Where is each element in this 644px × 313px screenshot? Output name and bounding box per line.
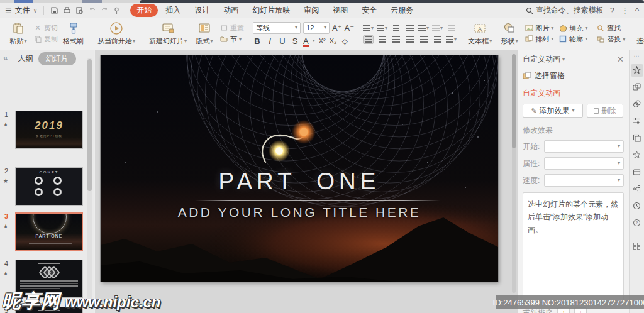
file-menu[interactable]: ☰ 文件 ∨: [5, 5, 37, 16]
selection-pane-button[interactable]: 选择窗格: [634, 21, 644, 47]
tab-slides[interactable]: 幻灯片: [38, 52, 76, 65]
arrange-button[interactable]: 排列▾: [525, 35, 553, 44]
text-direction-button[interactable]: [446, 24, 457, 33]
fill-icon: [558, 24, 567, 33]
italic-button[interactable]: I: [265, 37, 274, 45]
tab-outline[interactable]: 大纲: [18, 53, 33, 64]
numbering-button[interactable]: ▾: [377, 24, 387, 33]
slide-2-thumbnail[interactable]: CONET: [15, 167, 83, 206]
layout-button[interactable]: 版式▾: [192, 21, 217, 47]
textbox-button[interactable]: A 文本框▾: [465, 21, 494, 47]
collapse-ribbon-icon[interactable]: ^: [635, 6, 639, 15]
underline-button[interactable]: U: [278, 37, 287, 45]
align-right-button[interactable]: [391, 35, 401, 44]
find-button[interactable]: 查找: [596, 23, 625, 33]
font-name-combo[interactable]: 等线▾: [253, 22, 301, 34]
font-color-button[interactable]: A: [303, 36, 309, 46]
tab-animation[interactable]: 动画: [217, 4, 245, 17]
justify-button[interactable]: [404, 35, 415, 44]
paste-button[interactable]: 粘贴▾: [6, 21, 31, 47]
speed-select[interactable]: ▾: [544, 174, 624, 187]
help-icon[interactable]: ?: [610, 6, 614, 15]
section-button[interactable]: 节▾: [219, 35, 244, 44]
add-effect-button[interactable]: ✎ 添加效果 ▾: [523, 104, 583, 118]
superscript-button[interactable]: X²: [319, 37, 326, 45]
save-icon[interactable]: [50, 6, 58, 14]
tab-home[interactable]: 开始: [130, 4, 158, 17]
current-slide[interactable]: PART ONE ADD YOUR LONG TITLE HERE: [101, 55, 498, 282]
align-center-button[interactable]: [377, 35, 387, 44]
slide-3-thumbnail[interactable]: PART ONE: [15, 212, 83, 251]
apps-grid-icon[interactable]: [631, 240, 643, 253]
fill-button[interactable]: 填充▾: [558, 24, 587, 33]
tab-design[interactable]: 设计: [188, 4, 216, 17]
outline-button[interactable]: 轮廓▾: [558, 35, 587, 44]
tab-slideshow[interactable]: 幻灯片放映: [246, 4, 296, 17]
format-painter-button[interactable]: 格式刷: [60, 21, 86, 47]
decrease-indent-button[interactable]: [391, 24, 401, 33]
canvas-scrollbar[interactable]: [512, 54, 516, 293]
archive-box-icon[interactable]: [631, 166, 643, 178]
star-outline-icon[interactable]: [631, 149, 643, 162]
columns-button[interactable]: [432, 35, 443, 44]
collapse-panel-icon[interactable]: «: [3, 53, 8, 62]
grow-font-button[interactable]: A⁺: [332, 24, 342, 32]
play-from-current-button[interactable]: 从当前开始▾: [95, 21, 138, 47]
reset-button[interactable]: 重置: [219, 23, 244, 33]
text-effects-button[interactable]: ▾: [432, 24, 443, 33]
pin-icon[interactable]: [113, 7, 120, 14]
distribute-button[interactable]: [418, 35, 429, 44]
line-spacing-button[interactable]: ▾: [446, 35, 457, 44]
print-icon[interactable]: [63, 6, 71, 14]
slide-1-thumbnail[interactable]: 2019 多通用PPT模板: [15, 111, 83, 149]
subscript-button[interactable]: X₂: [330, 37, 337, 45]
bold-button[interactable]: B: [253, 37, 262, 45]
settings-sliders-icon[interactable]: [631, 115, 643, 128]
clipboard-images-icon[interactable]: [631, 132, 643, 145]
bullets-button[interactable]: ▾: [363, 24, 374, 33]
history-clock-icon[interactable]: [631, 200, 643, 212]
tab-cloud[interactable]: 云服务: [384, 4, 419, 17]
strikethrough-button[interactable]: S: [291, 37, 299, 45]
close-icon[interactable]: ✕: [617, 55, 624, 64]
more-icon[interactable]: ⋮: [621, 6, 629, 15]
scrollbar-thumb[interactable]: [512, 54, 516, 148]
selection-pane-link[interactable]: 选择窗格: [523, 70, 624, 81]
tab-insert[interactable]: 插入: [159, 4, 187, 17]
slide-title[interactable]: PART ONE: [101, 168, 498, 195]
chevron-down-icon: ▾: [572, 108, 575, 113]
tab-view[interactable]: 视图: [326, 4, 354, 17]
undo-icon[interactable]: [88, 6, 96, 14]
share-icon[interactable]: [631, 183, 643, 195]
paragraph-settings-button[interactable]: ▾: [418, 24, 429, 33]
font-size-combo[interactable]: 12▾: [303, 22, 330, 34]
replace-button[interactable]: 替换▾: [596, 35, 625, 44]
slides-panel-scrollbar[interactable]: [87, 58, 92, 309]
align-left-button[interactable]: [363, 35, 374, 44]
redo-icon[interactable]: [101, 6, 109, 14]
shapes-circles-icon[interactable]: [631, 98, 643, 111]
chevron-down-icon[interactable]: ▾: [313, 38, 315, 43]
shapes-button[interactable]: 形状▾: [497, 21, 522, 47]
slide-subtitle[interactable]: ADD YOUR LONG TITLE HERE: [101, 205, 498, 220]
chevron-down-icon[interactable]: ▾: [562, 57, 565, 62]
new-slide-button[interactable]: 新建幻灯片▾: [147, 21, 189, 47]
increase-indent-button[interactable]: [404, 24, 415, 33]
cut-button[interactable]: ✕剪切: [33, 23, 58, 33]
property-select[interactable]: ▾: [544, 157, 624, 170]
layers-swap-icon[interactable]: [631, 81, 643, 94]
help-icon[interactable]: ?: [631, 217, 643, 229]
tab-security[interactable]: 安全: [355, 4, 383, 17]
replace-icon: [596, 35, 605, 44]
picture-button[interactable]: 图片▾: [525, 24, 553, 33]
copy-button[interactable]: 复制: [33, 35, 58, 44]
scrollbar-thumb[interactable]: [87, 59, 92, 191]
delete-effect-button[interactable]: 删除: [587, 104, 623, 118]
clear-format-button[interactable]: ⬦: [340, 37, 349, 45]
start-select[interactable]: ▾: [544, 140, 624, 153]
print-preview-icon[interactable]: [75, 6, 84, 14]
command-search[interactable]: 查找命令、搜索模板: [526, 5, 604, 16]
animation-pane-icon[interactable]: [631, 64, 643, 77]
shrink-font-button[interactable]: A⁻: [345, 24, 355, 32]
tab-review[interactable]: 审阅: [297, 4, 325, 17]
